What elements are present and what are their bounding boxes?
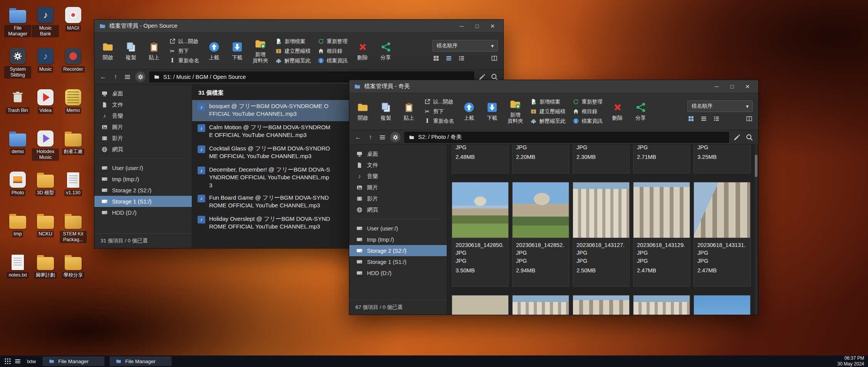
scrollbar-thumb[interactable] xyxy=(755,155,757,177)
photo-card[interactable]: 20230618_143129.JPGJPG2.47MB xyxy=(633,182,690,287)
desktop-icon-music-bank[interactable]: ♪Music Bank xyxy=(32,5,59,47)
desktop-icon-v1130[interactable]: v1.130 xyxy=(59,170,87,211)
sidebar-item-videos[interactable]: 影片 xyxy=(94,133,192,144)
back-button[interactable]: ← xyxy=(354,133,362,141)
photo-card[interactable]: 20230618_142852.JPGJPG2.94MB xyxy=(512,182,569,287)
photo-card[interactable] xyxy=(512,295,569,315)
open-with-button[interactable]: 以...開啟 xyxy=(169,38,199,45)
open-with-button[interactable]: 以...開啟 xyxy=(424,98,454,105)
input-method-indicator[interactable]: lxtw xyxy=(27,359,36,364)
sidebar-item-web[interactable]: 網頁 xyxy=(349,204,447,215)
photo-card[interactable] xyxy=(452,295,509,315)
path-field[interactable]: S2: / Photo / 奇美 xyxy=(404,132,729,143)
task-list-icon[interactable] xyxy=(14,357,22,365)
desktop-icon-recorder[interactable]: Recorder xyxy=(59,47,87,88)
view-details-button[interactable] xyxy=(713,115,720,122)
sidebar-item-desktop[interactable]: 桌面 xyxy=(349,148,447,160)
photo-card[interactable]: 20230618_143127.JPGJPG2.50MB xyxy=(573,182,630,287)
root-button[interactable]: 根目錄 xyxy=(318,48,348,55)
desktop-icon-maker-factory[interactable]: 創者工廠 xyxy=(59,129,87,170)
refresh-button[interactable]: 重新整理 xyxy=(573,98,603,105)
photo-card[interactable]: 20230618_142850.JPGJPG3.50MB xyxy=(452,182,509,287)
open-button[interactable]: 開啟 xyxy=(100,41,116,61)
desktop-icon-stem-kit[interactable]: STEM Kit Packag... xyxy=(59,211,87,252)
desktop-icon-music[interactable]: ♪Music xyxy=(32,47,59,88)
view-list-button[interactable] xyxy=(700,115,707,122)
view-columns-button[interactable] xyxy=(746,115,753,122)
sort-order-dropdown[interactable]: 檔名順序▾ xyxy=(432,40,498,52)
paste-button[interactable]: 貼上 xyxy=(146,41,162,61)
new-file-button[interactable]: 新增檔案 xyxy=(530,98,566,105)
maximize-button[interactable]: □ xyxy=(726,82,738,91)
sidebar-item-documents[interactable]: 文件 xyxy=(349,160,447,171)
titlebar[interactable]: 檔案管理員 - Open Source ─ □ × xyxy=(94,20,503,33)
up-button[interactable]: ↑ xyxy=(366,133,375,141)
desktop-icon-notes-txt[interactable]: notes.txt xyxy=(4,252,32,294)
sidebar-item-tmp-drive[interactable]: tmp (tmp:/) xyxy=(349,234,447,245)
taskbar-button-file-manager-1[interactable]: File Manager xyxy=(43,357,104,366)
desktop-icon-memo[interactable]: Memo xyxy=(59,88,87,129)
root-button[interactable]: 根目錄 xyxy=(573,108,603,115)
share-button[interactable]: 分享 xyxy=(633,102,649,121)
sidebar-item-tmp-drive[interactable]: tmp (tmp:/) xyxy=(94,173,192,185)
photo-card[interactable] xyxy=(694,295,751,315)
delete-button[interactable]: 刪除 xyxy=(610,102,626,121)
sidebar-item-pictures[interactable]: 圖片 xyxy=(349,182,447,193)
delete-button[interactable]: 刪除 xyxy=(355,41,371,61)
refresh-button[interactable]: 重新整理 xyxy=(318,38,348,45)
upload-button[interactable]: 上載 xyxy=(461,102,477,121)
desktop-icon-videa[interactable]: Videa xyxy=(32,88,59,129)
taskbar-button-file-manager-2[interactable]: File Manager xyxy=(110,357,171,366)
sidebar-item-music[interactable]: ♪音樂 xyxy=(94,110,192,122)
photo-card[interactable]: .JPGJPG2.48MB xyxy=(452,145,509,173)
upload-button[interactable]: 上載 xyxy=(206,41,222,61)
new-file-button[interactable]: 新增檔案 xyxy=(275,38,311,45)
rename-button[interactable]: I重新命名 xyxy=(424,118,454,125)
sidebar-item-videos[interactable]: 影片 xyxy=(349,193,447,204)
copy-button[interactable]: 複製 xyxy=(123,41,139,61)
photo-card[interactable]: .JPGJPG2.20MB xyxy=(512,145,569,173)
cut-button[interactable]: ✂剪下 xyxy=(169,48,199,55)
minimize-button[interactable]: ─ xyxy=(710,82,723,91)
photo-card[interactable] xyxy=(573,295,630,315)
create-archive-button[interactable]: 建立壓縮檔 xyxy=(275,48,311,55)
desktop-icon-3d-models[interactable]: 3D 模型 xyxy=(32,170,59,211)
share-button[interactable]: 分享 xyxy=(378,41,394,61)
cut-button[interactable]: ✂剪下 xyxy=(424,108,454,115)
desktop-icon-photo[interactable]: Photo xyxy=(4,170,32,211)
app-launcher-icon[interactable] xyxy=(4,357,12,365)
extract-here-button[interactable]: 解壓縮至此 xyxy=(530,118,566,125)
back-button[interactable]: ← xyxy=(99,73,107,81)
sort-order-dropdown[interactable]: 檔名順序▾ xyxy=(687,100,753,112)
sidebar-item-documents[interactable]: 文件 xyxy=(94,99,192,110)
desktop-icon-magi[interactable]: MAGI xyxy=(59,5,87,47)
sidebar-item-pictures[interactable]: 圖片 xyxy=(94,122,192,133)
menu-button[interactable] xyxy=(124,73,131,81)
view-list-button[interactable] xyxy=(445,55,452,62)
view-grid-button[interactable] xyxy=(432,55,440,62)
sidebar-item-user-drive[interactable]: User (user:/) xyxy=(94,162,192,173)
view-columns-button[interactable] xyxy=(491,55,498,62)
sidebar-item-storage2-drive[interactable]: Storage 2 (S2:/) xyxy=(94,185,192,196)
up-button[interactable]: ↑ xyxy=(111,73,120,81)
copy-button[interactable]: 複製 xyxy=(378,102,394,121)
desktop-icon-ncku[interactable]: NCKU xyxy=(32,211,59,252)
desktop-icon-system-slitting[interactable]: System Slitting xyxy=(4,47,32,88)
desktop-icon-dream-plan[interactable]: 圓夢計劃 xyxy=(32,252,59,294)
create-archive-button[interactable]: 建立壓縮檔 xyxy=(530,108,566,115)
photo-card[interactable]: .JPGJPG2.71MB xyxy=(633,145,690,173)
sidebar-item-storage1-drive[interactable]: Storage 1 (S1:/) xyxy=(94,196,192,207)
desktop-icon-trash-bin[interactable]: Trash Bin xyxy=(4,88,32,129)
menu-button[interactable] xyxy=(379,133,386,141)
titlebar[interactable]: 檔案管理員 - 奇美 ─ □ × xyxy=(349,80,758,93)
file-info-button[interactable]: 檔案資訊 xyxy=(318,57,348,64)
open-button[interactable]: 開啟 xyxy=(355,102,371,121)
close-button[interactable]: × xyxy=(486,22,499,31)
search-button[interactable] xyxy=(745,133,754,142)
close-button[interactable]: × xyxy=(741,82,754,91)
rename-button[interactable]: I重新命名 xyxy=(169,57,199,64)
sidebar-item-hdd-drive[interactable]: HDD (D:/) xyxy=(94,207,192,218)
maximize-button[interactable]: □ xyxy=(471,22,483,31)
new-folder-button[interactable]: 新增資料夾 xyxy=(507,98,523,124)
sidebar-item-music[interactable]: ♪音樂 xyxy=(349,171,447,182)
